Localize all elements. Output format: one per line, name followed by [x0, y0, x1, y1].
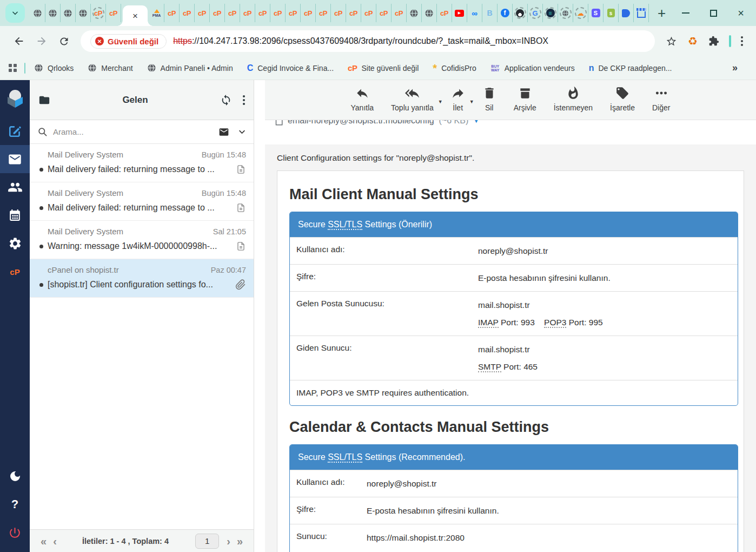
- browser-tab-cp[interactable]: cP: [392, 4, 407, 22]
- browser-tab-facebook[interactable]: f: [498, 4, 513, 22]
- back-button[interactable]: [13, 35, 25, 47]
- browser-tab-cp[interactable]: cP: [286, 4, 301, 22]
- tab-close-icon[interactable]: ×: [132, 11, 138, 21]
- sidebar-logo[interactable]: [4, 88, 26, 111]
- browser-tab-globe[interactable]: [422, 4, 437, 22]
- attachment-menu-caret-icon[interactable]: ▼: [473, 120, 479, 124]
- browser-tab-cp[interactable]: cP: [164, 4, 180, 22]
- bookmark-item[interactable]: Qrlooks: [34, 63, 74, 73]
- browser-tab-google[interactable]: G: [528, 4, 543, 22]
- toolbar-more-button[interactable]: Diğer: [652, 86, 670, 120]
- dropdown-caret-icon[interactable]: ▼: [469, 99, 474, 104]
- search-scope-mail-icon[interactable]: [218, 127, 229, 137]
- browser-tab-bing[interactable]: B: [482, 4, 498, 22]
- browser-tab-shopify[interactable]: s: [604, 4, 619, 22]
- message-row[interactable]: Mail Delivery System Bugün 15:48 Mail de…: [30, 144, 254, 182]
- message-row[interactable]: Mail Delivery System Bugün 15:48 Mail de…: [30, 182, 254, 221]
- next-page-button[interactable]: ›: [223, 536, 234, 547]
- browser-tab-cp-dashed[interactable]: cP: [91, 4, 106, 22]
- profile-indicator[interactable]: [729, 35, 731, 47]
- browser-tab-cp[interactable]: cP: [240, 4, 255, 22]
- browser-tab-blue-shape[interactable]: [619, 4, 634, 22]
- browser-tab-globe[interactable]: [61, 4, 76, 22]
- address-bar[interactable]: ✕ Güvenli değil https://104.247.173.98:2…: [81, 30, 655, 52]
- browser-tab-cp[interactable]: cP: [210, 4, 225, 22]
- sidebar-item-darkmode[interactable]: [0, 462, 30, 490]
- toolbar-reply-all-button[interactable]: Toplu yanıtla ▼: [391, 86, 434, 120]
- sidebar-item-contacts[interactable]: [0, 173, 30, 201]
- attachment-item[interactable]: email-noreply@shopist.tr.mobileconfig (~…: [265, 120, 756, 126]
- toolbar-reply-button[interactable]: Yanıtla: [351, 86, 374, 120]
- security-chip[interactable]: ✕ Güvenli değil: [90, 34, 167, 49]
- browser-tab-cp[interactable]: cP: [180, 4, 195, 22]
- bookmark-item[interactable]: cPSite güvenli değil: [348, 63, 419, 73]
- forward-button[interactable]: [36, 35, 48, 47]
- bookmark-item[interactable]: Admin Paneli • Admin: [147, 63, 233, 73]
- sidebar-item-compose[interactable]: [0, 117, 30, 145]
- browser-tab-youtube[interactable]: ▶: [452, 4, 467, 22]
- active-browser-tab[interactable]: ×: [123, 5, 148, 26]
- browser-tab-cp[interactable]: cP: [316, 4, 331, 22]
- browser-tab-cloud[interactable]: ☁: [573, 4, 588, 22]
- bookmark-item[interactable]: nDe CKP raadplegen...: [589, 63, 672, 73]
- browser-tab-github[interactable]: [513, 4, 528, 22]
- browser-tab-app-dark[interactable]: ≡: [543, 4, 558, 22]
- browser-menu-button[interactable]: [741, 36, 743, 46]
- window-close-button[interactable]: ×: [738, 8, 744, 18]
- browser-tab-cp[interactable]: cP: [225, 4, 240, 22]
- browser-tab-globe[interactable]: [407, 4, 422, 22]
- toolbar-trash-button[interactable]: Sil: [482, 86, 496, 120]
- refresh-icon[interactable]: [220, 94, 232, 106]
- panel-splitter[interactable]: [254, 80, 265, 552]
- sidebar-item-cpanel[interactable]: cP: [0, 258, 30, 286]
- toolbar-archive-button[interactable]: Arşivle: [514, 86, 536, 120]
- browser-tab-cp[interactable]: cP: [361, 4, 376, 22]
- toolbar-forward-button[interactable]: İlet ▼: [451, 86, 465, 120]
- sidebar-item-calendar[interactable]: [0, 201, 30, 229]
- message-row[interactable]: Mail Delivery System Sal 21:05 Warning: …: [30, 221, 254, 259]
- browser-tab-cp[interactable]: cP: [270, 4, 286, 22]
- browser-tab-cp[interactable]: cP: [195, 4, 210, 22]
- bookmark-item[interactable]: Merchant: [88, 63, 132, 73]
- apps-grid-icon[interactable]: [9, 64, 17, 72]
- extensions-button[interactable]: [708, 36, 719, 47]
- browser-tab-cp[interactable]: cP: [346, 4, 361, 22]
- dropdown-caret-icon[interactable]: ▼: [438, 99, 443, 104]
- bookmark-item[interactable]: CCegid Invoice & Fina...: [247, 63, 334, 73]
- browser-tab-cp[interactable]: cP: [255, 4, 270, 22]
- browser-tab-cp[interactable]: cP: [301, 4, 316, 22]
- sidebar-item-settings[interactable]: [0, 229, 30, 258]
- browser-tab-globe[interactable]: [45, 4, 61, 22]
- browser-tab-cp[interactable]: cP: [331, 4, 346, 22]
- folder-icon[interactable]: [38, 94, 50, 106]
- sidebar-item-logout[interactable]: [0, 518, 30, 547]
- reload-button[interactable]: [58, 36, 70, 47]
- window-minimize-button[interactable]: [682, 12, 689, 14]
- first-page-button[interactable]: «: [37, 536, 50, 547]
- tab-search-button[interactable]: [5, 3, 25, 23]
- toolbar-junk-button[interactable]: İstenmeyen: [554, 86, 593, 120]
- browser-tab-globe-dashed[interactable]: [558, 4, 573, 22]
- toolbar-tag-button[interactable]: İşaretle: [610, 86, 635, 120]
- bookmark-item[interactable]: *CofidisPro: [433, 64, 476, 73]
- bookmark-star-button[interactable]: [666, 36, 677, 47]
- recycle-extension-button[interactable]: ♻: [688, 36, 698, 47]
- new-tab-button[interactable]: +: [658, 5, 666, 22]
- browser-tab-cp[interactable]: cP: [437, 4, 452, 22]
- browser-tab-globe[interactable]: [30, 4, 45, 22]
- browser-tab-meta[interactable]: ∞: [467, 4, 482, 22]
- list-options-menu[interactable]: [243, 95, 245, 105]
- sidebar-item-mail[interactable]: [0, 145, 30, 173]
- bookmark-item[interactable]: BUY WAYApplication vendeurs: [490, 64, 575, 73]
- browser-tab-globe[interactable]: [76, 4, 91, 22]
- browser-tab-storefront[interactable]: [634, 4, 649, 22]
- browser-tab-pma[interactable]: PMA: [149, 4, 164, 22]
- browser-tab-s-badge[interactable]: S: [588, 4, 604, 22]
- window-maximize-button[interactable]: [710, 10, 717, 17]
- search-input[interactable]: [53, 127, 218, 136]
- search-options-chevron-icon[interactable]: [238, 128, 246, 136]
- browser-tab-cp[interactable]: cP: [106, 4, 121, 22]
- browser-tab-cp[interactable]: cP: [376, 4, 392, 22]
- prev-page-button[interactable]: ‹: [50, 536, 60, 547]
- message-row[interactable]: cPanel on shopist.tr Paz 00:47 [shopist.…: [30, 259, 254, 298]
